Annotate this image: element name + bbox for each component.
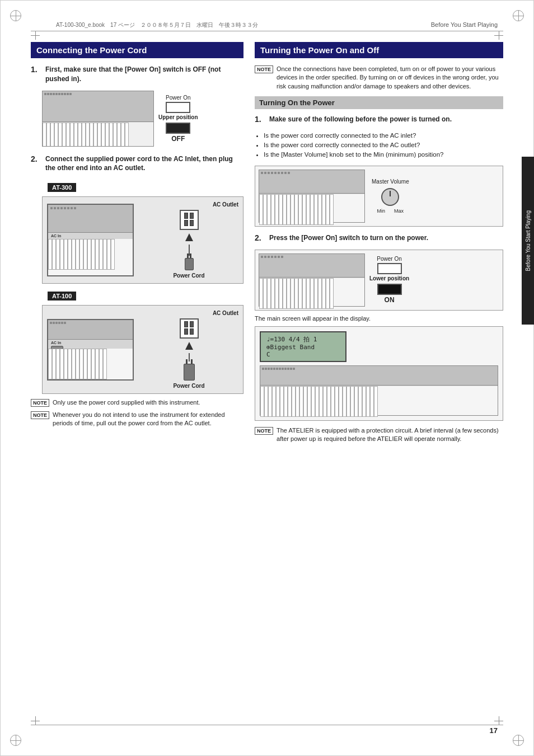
note-badge-2: NOTE	[31, 411, 49, 419]
at100-outlet	[180, 318, 199, 339]
outlet-hole-4	[190, 220, 194, 226]
vol-knob-area: Master Volume Min Max	[369, 176, 411, 216]
lower-position-label: Lower position	[369, 275, 409, 281]
at300-cord-area: AC Outlet	[139, 201, 238, 279]
right-intro-note: NOTE Once the connections have been comp…	[255, 65, 503, 91]
knob-indicator	[390, 191, 391, 196]
min-label: Min	[377, 208, 386, 214]
volume-knob	[381, 188, 399, 206]
lower-on-power-on-label: Power On	[369, 256, 409, 262]
lower-on-switch-area: Power On Lower position ON	[369, 256, 409, 304]
at300-section: AT-300	[42, 180, 243, 284]
at100-diagram: AC In	[42, 305, 243, 394]
lower-switch-lower-box	[377, 284, 402, 295]
left-note-1-text: Only use the power cord supplied with th…	[53, 398, 200, 407]
checklist: Is the power cord correctly connected to…	[264, 131, 503, 160]
at100-keys	[48, 349, 133, 379]
ac-in-label: AC In	[51, 234, 61, 238]
at100-instrument: AC In	[47, 319, 134, 381]
reg-mark-tl	[10, 10, 21, 21]
step1-diagram-area: Power On Upper position OFF	[42, 91, 243, 147]
at100-ac-outlet-label: AC Outlet	[213, 310, 238, 316]
lower-switch-upper-box	[377, 263, 402, 274]
screen-keys	[260, 386, 498, 415]
at100-arrow-up	[185, 342, 193, 350]
left-column: Connecting the Power Cord 1. First, make…	[31, 42, 243, 447]
at300-arrow-up	[185, 233, 193, 241]
lcd-row-2: ⊕Biggest Band	[266, 344, 340, 351]
at100-ac-in: AC In	[51, 341, 61, 345]
outlet-slots-2	[182, 220, 196, 226]
reg-mark-br	[513, 735, 524, 746]
mv-top-panel	[259, 170, 364, 194]
left-step-1-text: First, make sure that the [Power On] swi…	[45, 65, 243, 84]
bullet-3: Is the [Master Volume] knob set to the M…	[264, 150, 503, 159]
side-tab: Before You Start Playing	[522, 157, 534, 325]
main-content: Connecting the Power Cord 1. First, make…	[31, 36, 503, 720]
at300-instrument: AC In	[47, 204, 134, 276]
lcd-row-1: ♩=130 4/4 拍 1	[266, 335, 340, 344]
at100-section: AT-100 AC	[42, 288, 243, 394]
switch-lower-box	[166, 123, 190, 134]
on-label: ON	[369, 296, 409, 304]
lower-on-diagram: Power On Lower position ON	[255, 250, 503, 311]
at100-plug	[184, 364, 195, 381]
right-step-2: 2. Press the [Power On] switch to turn o…	[255, 233, 503, 243]
at300-panel-controls	[48, 205, 133, 212]
left-step-2-text: Connect the supplied power cord to the A…	[45, 154, 243, 173]
cord-line-2	[189, 353, 190, 361]
header-text: Before You Start Playing	[431, 21, 498, 28]
lower-on-top-panel	[259, 254, 364, 278]
at100-cord-label: Power Cord	[173, 383, 204, 389]
outlet-hole-3	[184, 220, 188, 226]
upper-position-label: Upper position	[158, 114, 198, 120]
left-step-2-number: 2.	[31, 154, 41, 173]
left-step-1: 1. First, make sure that the [Power On] …	[31, 65, 243, 84]
header-line	[31, 31, 503, 31]
book-info: AT-100-300_e.book 17 ページ ２００８年５月７日 水曜日 午…	[56, 21, 258, 29]
off-label: OFF	[158, 135, 198, 143]
lcd-display: ♩=130 4/4 拍 1 ⊕Biggest Band C	[260, 331, 346, 362]
right-step-1: 1. Make sure of the following before the…	[255, 115, 503, 124]
right-intro-text: Once the connections have been completed…	[277, 65, 503, 91]
step1-keys	[43, 123, 153, 146]
at300-plug	[185, 258, 194, 270]
left-step-2: 2. Connect the supplied power cord to th…	[31, 154, 243, 173]
left-step-1-number: 1.	[31, 65, 41, 84]
screen-diagram: ♩=130 4/4 拍 1 ⊕Biggest Band C	[255, 326, 503, 421]
left-note-1: NOTE Only use the power cord supplied wi…	[31, 398, 243, 407]
left-section-title: Connecting the Power Cord	[31, 42, 243, 58]
step1-switch-labels: Power On Upper position OFF	[158, 95, 198, 143]
two-column-layout: Connecting the Power Cord 1. First, make…	[31, 42, 503, 447]
right-section-title: Turning the Power On and Off	[255, 42, 503, 58]
left-note-2: NOTE Whenever you do not intend to use t…	[31, 411, 243, 428]
max-label: Max	[394, 208, 404, 214]
right-step-2-number: 2.	[255, 233, 265, 243]
page-number: 17	[490, 726, 498, 735]
at300-cord-label: Power Cord	[173, 273, 204, 279]
step1-keyboard-diagram	[42, 91, 154, 147]
at100-top-panel	[48, 320, 133, 340]
side-tab-text: Before You Start Playing	[525, 210, 531, 271]
at300-label: AT-300	[48, 183, 76, 192]
step1-top-panel	[43, 91, 153, 122]
outlet-hole-2	[190, 213, 194, 219]
at100-label: AT-100	[48, 292, 76, 300]
at300-top-panel	[48, 205, 133, 233]
at300-ac-outlet-label: AC Outlet	[213, 201, 238, 208]
bullet-2: Is the power cord correctly connected to…	[264, 140, 503, 150]
right-step-1-number: 1.	[255, 115, 265, 124]
at300-outlet	[180, 210, 199, 230]
switch-upper-box	[166, 102, 190, 113]
note-badge-1: NOTE	[31, 399, 49, 407]
right-final-note-text: The ATELIER is equipped with a protectio…	[277, 426, 503, 444]
reg-mark-tr	[513, 10, 524, 21]
reg-mark-bl	[10, 735, 21, 746]
footer-line	[31, 725, 503, 725]
mv-keys	[259, 194, 364, 222]
right-step-2-text: Press the [Power On] switch to turn on t…	[269, 233, 428, 243]
right-intro-badge: NOTE	[255, 65, 273, 73]
bullet-1: Is the power cord correctly connected to…	[264, 131, 503, 140]
outlet-slots-1	[182, 213, 196, 219]
right-column: Turning the Power On and Off NOTE Once t…	[255, 42, 503, 447]
